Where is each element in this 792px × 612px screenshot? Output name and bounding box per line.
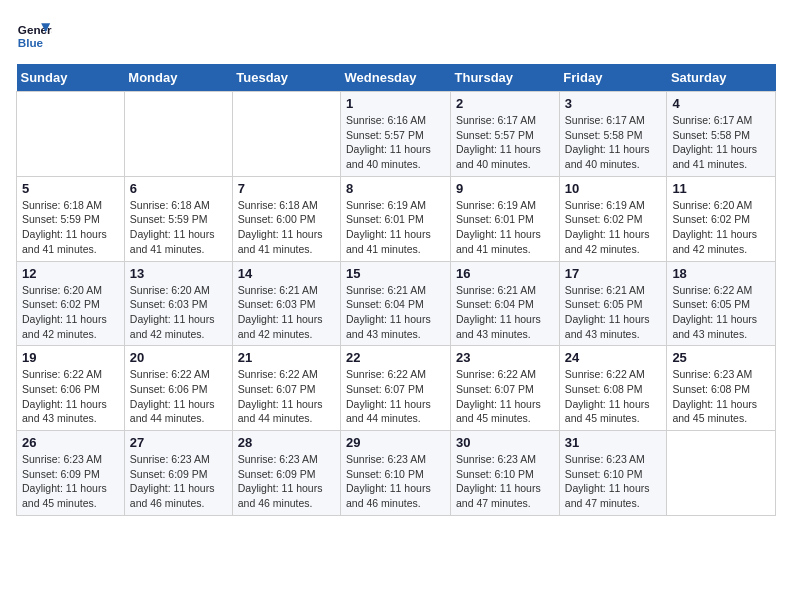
header-wednesday: Wednesday	[341, 64, 451, 92]
calendar-cell: 10Sunrise: 6:19 AM Sunset: 6:02 PM Dayli…	[559, 176, 667, 261]
calendar-cell: 7Sunrise: 6:18 AM Sunset: 6:00 PM Daylig…	[232, 176, 340, 261]
day-info: Sunrise: 6:19 AM Sunset: 6:02 PM Dayligh…	[565, 198, 662, 257]
day-number: 17	[565, 266, 662, 281]
day-info: Sunrise: 6:21 AM Sunset: 6:05 PM Dayligh…	[565, 283, 662, 342]
calendar-cell: 19Sunrise: 6:22 AM Sunset: 6:06 PM Dayli…	[17, 346, 125, 431]
calendar-cell: 5Sunrise: 6:18 AM Sunset: 5:59 PM Daylig…	[17, 176, 125, 261]
day-number: 25	[672, 350, 770, 365]
day-number: 13	[130, 266, 227, 281]
day-info: Sunrise: 6:23 AM Sunset: 6:10 PM Dayligh…	[346, 452, 445, 511]
day-number: 1	[346, 96, 445, 111]
day-number: 6	[130, 181, 227, 196]
calendar-table: SundayMondayTuesdayWednesdayThursdayFrid…	[16, 64, 776, 516]
calendar-cell: 21Sunrise: 6:22 AM Sunset: 6:07 PM Dayli…	[232, 346, 340, 431]
week-row-5: 26Sunrise: 6:23 AM Sunset: 6:09 PM Dayli…	[17, 431, 776, 516]
header-friday: Friday	[559, 64, 667, 92]
day-info: Sunrise: 6:23 AM Sunset: 6:10 PM Dayligh…	[456, 452, 554, 511]
calendar-cell: 18Sunrise: 6:22 AM Sunset: 6:05 PM Dayli…	[667, 261, 776, 346]
day-number: 27	[130, 435, 227, 450]
day-info: Sunrise: 6:18 AM Sunset: 5:59 PM Dayligh…	[22, 198, 119, 257]
calendar-cell	[124, 92, 232, 177]
header-monday: Monday	[124, 64, 232, 92]
calendar-cell: 16Sunrise: 6:21 AM Sunset: 6:04 PM Dayli…	[451, 261, 560, 346]
calendar-cell: 17Sunrise: 6:21 AM Sunset: 6:05 PM Dayli…	[559, 261, 667, 346]
calendar-cell: 2Sunrise: 6:17 AM Sunset: 5:57 PM Daylig…	[451, 92, 560, 177]
calendar-cell: 1Sunrise: 6:16 AM Sunset: 5:57 PM Daylig…	[341, 92, 451, 177]
day-number: 9	[456, 181, 554, 196]
day-info: Sunrise: 6:19 AM Sunset: 6:01 PM Dayligh…	[456, 198, 554, 257]
day-number: 29	[346, 435, 445, 450]
calendar-cell: 27Sunrise: 6:23 AM Sunset: 6:09 PM Dayli…	[124, 431, 232, 516]
week-row-2: 5Sunrise: 6:18 AM Sunset: 5:59 PM Daylig…	[17, 176, 776, 261]
calendar-cell: 31Sunrise: 6:23 AM Sunset: 6:10 PM Dayli…	[559, 431, 667, 516]
day-info: Sunrise: 6:22 AM Sunset: 6:06 PM Dayligh…	[22, 367, 119, 426]
calendar-cell: 6Sunrise: 6:18 AM Sunset: 5:59 PM Daylig…	[124, 176, 232, 261]
day-info: Sunrise: 6:23 AM Sunset: 6:10 PM Dayligh…	[565, 452, 662, 511]
calendar-header-row: SundayMondayTuesdayWednesdayThursdayFrid…	[17, 64, 776, 92]
day-info: Sunrise: 6:20 AM Sunset: 6:03 PM Dayligh…	[130, 283, 227, 342]
day-number: 7	[238, 181, 335, 196]
calendar-cell: 30Sunrise: 6:23 AM Sunset: 6:10 PM Dayli…	[451, 431, 560, 516]
calendar-cell: 14Sunrise: 6:21 AM Sunset: 6:03 PM Dayli…	[232, 261, 340, 346]
calendar-cell: 25Sunrise: 6:23 AM Sunset: 6:08 PM Dayli…	[667, 346, 776, 431]
logo-icon: General Blue	[16, 16, 52, 52]
day-info: Sunrise: 6:22 AM Sunset: 6:06 PM Dayligh…	[130, 367, 227, 426]
header-sunday: Sunday	[17, 64, 125, 92]
day-number: 10	[565, 181, 662, 196]
day-number: 21	[238, 350, 335, 365]
week-row-1: 1Sunrise: 6:16 AM Sunset: 5:57 PM Daylig…	[17, 92, 776, 177]
day-info: Sunrise: 6:21 AM Sunset: 6:03 PM Dayligh…	[238, 283, 335, 342]
day-number: 14	[238, 266, 335, 281]
day-number: 4	[672, 96, 770, 111]
calendar-cell: 9Sunrise: 6:19 AM Sunset: 6:01 PM Daylig…	[451, 176, 560, 261]
day-info: Sunrise: 6:20 AM Sunset: 6:02 PM Dayligh…	[672, 198, 770, 257]
day-number: 22	[346, 350, 445, 365]
day-info: Sunrise: 6:17 AM Sunset: 5:58 PM Dayligh…	[672, 113, 770, 172]
day-number: 18	[672, 266, 770, 281]
day-info: Sunrise: 6:17 AM Sunset: 5:58 PM Dayligh…	[565, 113, 662, 172]
calendar-cell: 13Sunrise: 6:20 AM Sunset: 6:03 PM Dayli…	[124, 261, 232, 346]
day-info: Sunrise: 6:22 AM Sunset: 6:07 PM Dayligh…	[346, 367, 445, 426]
day-number: 26	[22, 435, 119, 450]
day-number: 5	[22, 181, 119, 196]
calendar-cell: 3Sunrise: 6:17 AM Sunset: 5:58 PM Daylig…	[559, 92, 667, 177]
calendar-cell: 8Sunrise: 6:19 AM Sunset: 6:01 PM Daylig…	[341, 176, 451, 261]
header-saturday: Saturday	[667, 64, 776, 92]
calendar-cell: 15Sunrise: 6:21 AM Sunset: 6:04 PM Dayli…	[341, 261, 451, 346]
day-info: Sunrise: 6:18 AM Sunset: 5:59 PM Dayligh…	[130, 198, 227, 257]
calendar-cell: 24Sunrise: 6:22 AM Sunset: 6:08 PM Dayli…	[559, 346, 667, 431]
day-info: Sunrise: 6:22 AM Sunset: 6:08 PM Dayligh…	[565, 367, 662, 426]
day-number: 2	[456, 96, 554, 111]
day-info: Sunrise: 6:22 AM Sunset: 6:05 PM Dayligh…	[672, 283, 770, 342]
calendar-cell	[17, 92, 125, 177]
day-info: Sunrise: 6:20 AM Sunset: 6:02 PM Dayligh…	[22, 283, 119, 342]
day-info: Sunrise: 6:18 AM Sunset: 6:00 PM Dayligh…	[238, 198, 335, 257]
day-info: Sunrise: 6:22 AM Sunset: 6:07 PM Dayligh…	[238, 367, 335, 426]
calendar-cell: 23Sunrise: 6:22 AM Sunset: 6:07 PM Dayli…	[451, 346, 560, 431]
day-info: Sunrise: 6:21 AM Sunset: 6:04 PM Dayligh…	[346, 283, 445, 342]
header-thursday: Thursday	[451, 64, 560, 92]
day-number: 3	[565, 96, 662, 111]
svg-text:Blue: Blue	[18, 36, 44, 49]
calendar-cell: 4Sunrise: 6:17 AM Sunset: 5:58 PM Daylig…	[667, 92, 776, 177]
page-header: General Blue	[16, 16, 776, 52]
day-number: 24	[565, 350, 662, 365]
calendar-cell: 28Sunrise: 6:23 AM Sunset: 6:09 PM Dayli…	[232, 431, 340, 516]
day-number: 16	[456, 266, 554, 281]
calendar-cell	[667, 431, 776, 516]
day-number: 11	[672, 181, 770, 196]
day-info: Sunrise: 6:23 AM Sunset: 6:09 PM Dayligh…	[130, 452, 227, 511]
calendar-cell: 22Sunrise: 6:22 AM Sunset: 6:07 PM Dayli…	[341, 346, 451, 431]
day-info: Sunrise: 6:23 AM Sunset: 6:08 PM Dayligh…	[672, 367, 770, 426]
week-row-4: 19Sunrise: 6:22 AM Sunset: 6:06 PM Dayli…	[17, 346, 776, 431]
day-number: 28	[238, 435, 335, 450]
week-row-3: 12Sunrise: 6:20 AM Sunset: 6:02 PM Dayli…	[17, 261, 776, 346]
day-number: 20	[130, 350, 227, 365]
day-number: 31	[565, 435, 662, 450]
day-info: Sunrise: 6:23 AM Sunset: 6:09 PM Dayligh…	[22, 452, 119, 511]
day-info: Sunrise: 6:17 AM Sunset: 5:57 PM Dayligh…	[456, 113, 554, 172]
day-number: 12	[22, 266, 119, 281]
calendar-cell	[232, 92, 340, 177]
day-info: Sunrise: 6:19 AM Sunset: 6:01 PM Dayligh…	[346, 198, 445, 257]
day-number: 30	[456, 435, 554, 450]
